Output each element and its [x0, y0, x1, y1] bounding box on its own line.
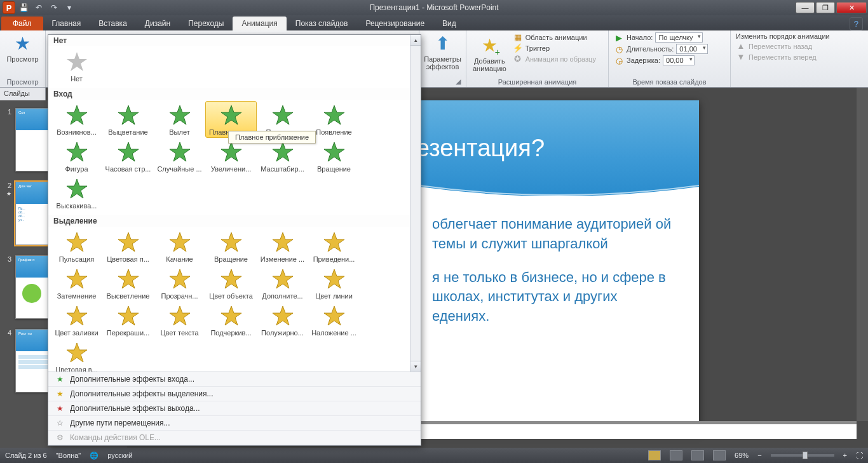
app-icon[interactable]: P	[3, 1, 15, 14]
animation-item[interactable]: Наложение ...	[308, 302, 360, 339]
animation-item[interactable]: Изменение ...	[257, 228, 308, 265]
animation-item[interactable]: Высветление	[102, 265, 154, 302]
path-icon: ☆	[55, 419, 65, 427]
add-animation-button[interactable]: ★+ Добавить анимацию	[469, 32, 510, 75]
group-title-advanced: Расширенная анимация	[469, 77, 606, 87]
animation-item[interactable]: Прозрачн...	[154, 265, 205, 302]
tab-view[interactable]: Вид	[433, 17, 465, 30]
slideshow-view-button[interactable]	[713, 450, 726, 460]
vertical-scrollbar[interactable]	[857, 88, 868, 421]
star-icon	[118, 231, 139, 253]
normal-view-button[interactable]	[648, 450, 661, 460]
close-button[interactable]: ✕	[836, 2, 867, 13]
tab-transitions[interactable]: Переходы	[179, 17, 233, 30]
sorter-view-button[interactable]	[670, 450, 682, 460]
delay-icon: ◶	[614, 56, 624, 65]
animation-item[interactable]: Фигура	[51, 138, 102, 175]
animation-item[interactable]: Подчеркив...	[205, 302, 257, 339]
qat-dropdown-icon[interactable]: ▾	[62, 1, 76, 14]
animation-item[interactable]: Дополните...	[257, 265, 308, 302]
start-combo[interactable]: По щелчку	[655, 32, 702, 43]
animation-painter-button[interactable]: ✪Анимация по образцу	[510, 53, 606, 64]
star-icon	[169, 231, 191, 253]
animation-item[interactable]: Выцветание	[102, 101, 154, 138]
animation-item[interactable]: Цвет объекта	[205, 265, 257, 302]
animation-item[interactable]: Цветовая п...	[102, 228, 154, 265]
fit-to-window-button[interactable]: ⛶	[856, 452, 863, 459]
animation-item[interactable]: Качание	[154, 228, 205, 265]
zoom-slider[interactable]	[771, 454, 834, 457]
save-icon[interactable]: 💾	[17, 1, 31, 14]
tab-file[interactable]: Файл	[1, 17, 43, 30]
animation-item[interactable]: Часовая стр...	[102, 138, 154, 175]
zoom-in-button[interactable]: +	[843, 452, 847, 459]
animation-item[interactable]: Появление	[308, 101, 360, 138]
redo-icon[interactable]: ↷	[47, 1, 61, 14]
more-motion-paths[interactable]: ☆Другие пути перемещения...	[48, 416, 421, 431]
scroll-up-icon[interactable]: ▴	[410, 35, 421, 46]
tab-home[interactable]: Главная	[43, 17, 90, 30]
maximize-button[interactable]: ❐	[816, 2, 835, 13]
delay-spinner[interactable]: 00,00	[663, 55, 695, 65]
animation-item-label: Высветление	[104, 292, 152, 300]
animation-item[interactable]: Вращение	[205, 228, 257, 265]
tab-review[interactable]: Рецензирование	[356, 17, 433, 30]
preview-button[interactable]: ★ Просмотр	[3, 32, 43, 64]
animation-item-label: Случайные ...	[156, 165, 203, 173]
animation-item-label: Появление	[310, 128, 358, 136]
animation-item[interactable]: Случайные ...	[154, 138, 205, 175]
status-language[interactable]: русский	[107, 452, 132, 459]
help-icon[interactable]: ?	[850, 17, 863, 30]
language-icon[interactable]: 🌐	[90, 452, 98, 460]
duration-label: Длительность:	[627, 45, 674, 53]
animation-item[interactable]: Цветовая в...	[51, 339, 102, 372]
status-zoom: 69%	[735, 452, 749, 459]
more-entrance-effects[interactable]: ★Дополнительные эффекты входа...	[48, 372, 421, 387]
slide-body-text-1: облегчает понимание аудиторией ой темы и…	[432, 215, 674, 254]
tab-slideshow[interactable]: Показ слайдов	[287, 17, 357, 30]
animation-item[interactable]: Вращение	[308, 138, 360, 175]
tab-design[interactable]: Дизайн	[136, 17, 179, 30]
zoom-out-button[interactable]: −	[757, 452, 761, 459]
animation-item[interactable]: Затемнение	[51, 265, 102, 302]
star-icon	[323, 305, 345, 326]
animation-item[interactable]: Возникнов...	[51, 101, 102, 138]
gallery-scrollbar[interactable]: ▴ ▾	[410, 35, 421, 372]
thumb-number: 2★	[4, 182, 11, 197]
reading-view-button[interactable]	[691, 450, 704, 460]
gallery-section-emphasis: Выделение	[48, 215, 410, 227]
undo-icon[interactable]: ↶	[32, 1, 46, 14]
more-emphasis-effects[interactable]: ★Дополнительные эффекты выделения...	[48, 387, 421, 401]
scroll-down-icon[interactable]: ▾	[410, 361, 421, 372]
trigger-button[interactable]: ⚡Триггер	[510, 43, 606, 53]
thumb-number: 3	[4, 255, 11, 263]
zoom-thumb[interactable]	[803, 452, 808, 459]
lightning-icon: ⚡	[513, 43, 523, 53]
tab-insert[interactable]: Вставка	[90, 17, 136, 30]
minimize-button[interactable]: —	[796, 2, 815, 13]
animation-item[interactable]: Цвет линии	[308, 265, 360, 302]
animation-item[interactable]: Цвет текста	[154, 302, 205, 339]
animation-pane-button[interactable]: ▦Область анимации	[510, 32, 606, 43]
move-earlier-button[interactable]: ▲Переместить назад	[733, 41, 865, 51]
animation-item[interactable]: Приведени...	[308, 228, 360, 265]
quick-access-toolbar: P 💾 ↶ ↷ ▾	[0, 1, 76, 14]
group-title-preview: Просмотр	[3, 77, 43, 87]
animation-item[interactable]: Перекраши...	[102, 302, 154, 339]
star-icon	[66, 231, 88, 253]
svg-marker-9	[170, 142, 190, 161]
animation-item[interactable]: Вылет	[154, 101, 205, 138]
more-exit-effects[interactable]: ★Дополнительные эффекты выхода...	[48, 401, 421, 416]
group-dialogbox-launcher[interactable]: ◢	[422, 76, 463, 87]
tab-animation[interactable]: Анимация	[233, 17, 286, 30]
animation-item[interactable]: Выскакива...	[51, 175, 102, 211]
animation-item-none[interactable]: Нет	[51, 48, 102, 84]
animation-item[interactable]: Цвет заливки	[51, 302, 102, 339]
animation-item[interactable]: Пульсация	[51, 228, 102, 265]
animation-item[interactable]: Полужирно...	[257, 302, 308, 339]
duration-spinner[interactable]: 01,00	[676, 44, 708, 54]
effect-options-button[interactable]: ⬆ Параметры эффектов	[422, 32, 463, 72]
slides-panel-header[interactable]: Слайды	[0, 88, 46, 100]
svg-marker-18	[273, 232, 293, 252]
move-later-button[interactable]: ▼Переместить вперед	[733, 51, 865, 62]
